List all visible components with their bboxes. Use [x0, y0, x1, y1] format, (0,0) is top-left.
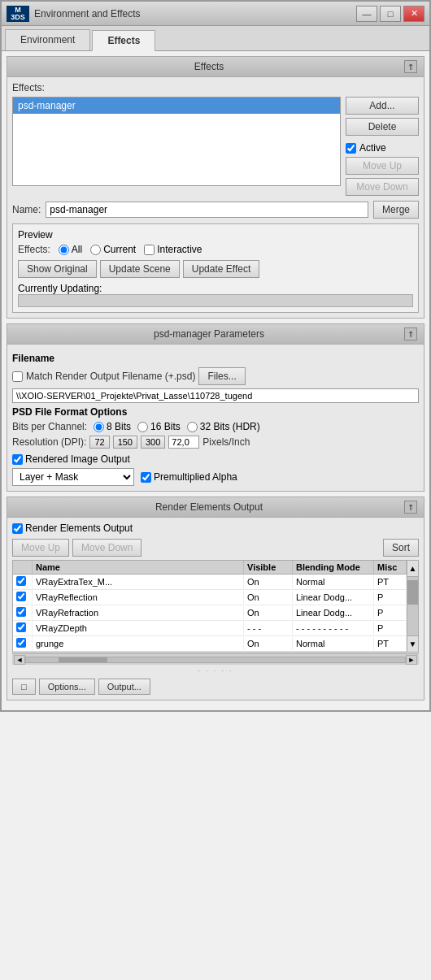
bits-32-label[interactable]: 32 Bits (HDR) — [187, 421, 260, 432]
res-150-btn[interactable]: 150 — [113, 436, 137, 449]
th-name: Name — [33, 561, 244, 574]
effects-list-label: Effects: — [12, 82, 419, 93]
current-radio-label[interactable]: Current — [90, 244, 136, 255]
td-blending-1: Linear Dodg... — [293, 591, 374, 604]
rendered-image-row: Rendered Image Output — [12, 453, 419, 465]
move-down-button[interactable]: Move Down — [346, 178, 419, 196]
title-bar: M 3DS Environment and Effects — □ ✕ — [2, 2, 429, 26]
bottom-btn-2[interactable]: Options... — [39, 679, 95, 695]
table-row[interactable]: grunge On Normal PT — [13, 636, 407, 652]
table-scrollbar[interactable]: ▲ ▼ — [407, 561, 418, 652]
merge-button[interactable]: Merge — [373, 201, 419, 219]
bits-row: Bits per Channel: 8 Bits 16 Bits 32 Bits… — [12, 421, 419, 432]
table-row[interactable]: VRayExtraTex_M... On Normal PT — [13, 575, 407, 590]
re-move-down-button[interactable]: Move Down — [72, 539, 141, 557]
render-elements-label: Render Elements Output — [25, 523, 133, 534]
table-inner: Name Visible Blending Mode Misc VRayExtr… — [13, 561, 407, 652]
hscroll-right-btn[interactable]: ► — [406, 655, 417, 665]
res-300-btn[interactable]: 300 — [141, 436, 165, 449]
window-title: Environment and Effects — [34, 8, 356, 20]
hscroll-thumb — [59, 657, 107, 662]
match-render-checkbox[interactable] — [12, 371, 23, 382]
table-row[interactable]: VRayRefraction On Linear Dodg... P — [13, 605, 407, 621]
tab-effects[interactable]: Effects — [92, 30, 155, 51]
render-elements-check-row: Render Elements Output — [12, 523, 419, 534]
premultiplied-label[interactable]: Premultiplied Alpha — [141, 471, 237, 483]
sort-button[interactable]: Sort — [383, 539, 419, 557]
name-input[interactable] — [46, 202, 368, 218]
re-move-up-button[interactable]: Move Up — [12, 539, 69, 557]
render-elements-title: Render Elements Output — [14, 501, 404, 513]
render-elements-header: Render Elements Output ⇑ — [7, 497, 424, 518]
td-misc-4: PT — [374, 637, 407, 650]
interactive-checkbox-label[interactable]: Interactive — [144, 244, 202, 255]
update-effect-button[interactable]: Update Effect — [183, 260, 260, 278]
scroll-up-btn[interactable]: ▲ — [407, 561, 418, 577]
rendered-image-checkbox[interactable] — [12, 454, 23, 465]
hscroll-track — [25, 657, 406, 663]
active-checkbox[interactable] — [346, 143, 356, 154]
td-misc-1: P — [374, 591, 407, 604]
effects-section-body: Effects: psd-manager Add... Delete Activ… — [7, 77, 424, 318]
move-up-button[interactable]: Move Up — [346, 157, 419, 175]
bottom-btn-3[interactable]: Output... — [98, 679, 150, 695]
scroll-down-btn[interactable]: ▼ — [407, 635, 418, 652]
render-elements-checkbox[interactable] — [12, 523, 23, 534]
psd-params-collapse-btn[interactable]: ⇑ — [404, 327, 417, 340]
td-visible-4: On — [244, 637, 293, 650]
th-blending: Blending Mode — [293, 561, 374, 574]
interactive-checkbox[interactable] — [144, 245, 155, 255]
bottom-btn-1[interactable]: □ — [12, 679, 36, 695]
layer-mask-row: Layer + Mask Premultiplied Alpha — [12, 468, 419, 486]
td-visible-2: On — [244, 606, 293, 619]
progress-bar-area: Currently Updating: — [18, 283, 413, 307]
table-row[interactable]: VRayReflection On Linear Dodg... P — [13, 590, 407, 605]
bits-32-radio[interactable] — [187, 422, 198, 432]
bits-16-radio[interactable] — [137, 422, 148, 432]
close-button[interactable]: ✕ — [403, 6, 424, 22]
td-check-0[interactable] — [13, 575, 33, 589]
psd-params-body: Filename Match Render Output Filename (+… — [7, 345, 424, 491]
current-radio[interactable] — [90, 245, 101, 255]
td-name-3: VRayZDepth — [33, 622, 244, 635]
render-elements-section: Render Elements Output ⇑ Render Elements… — [7, 497, 424, 700]
window-controls: — □ ✕ — [356, 6, 424, 22]
bits-8-label[interactable]: 8 Bits — [94, 421, 131, 432]
td-check-3[interactable] — [13, 621, 33, 635]
td-visible-3: - - - — [244, 622, 293, 635]
resolution-input[interactable] — [168, 436, 199, 449]
filename-group-label: Filename — [12, 353, 419, 364]
resolution-row: Resolution (DPI): 72 150 300 Pixels/Inch — [12, 436, 419, 449]
files-button[interactable]: Files... — [198, 367, 245, 385]
scroll-thumb — [407, 580, 418, 605]
td-misc-0: PT — [374, 575, 407, 588]
td-check-4[interactable] — [13, 636, 33, 651]
add-button[interactable]: Add... — [346, 97, 419, 115]
bits-16-label[interactable]: 16 Bits — [137, 421, 181, 432]
all-radio-label[interactable]: All — [59, 244, 82, 255]
res-72-btn[interactable]: 72 — [89, 436, 109, 449]
hscroll-left-btn[interactable]: ◄ — [14, 655, 25, 665]
render-elements-collapse-btn[interactable]: ⇑ — [404, 501, 417, 514]
preview-effects-label: Effects: — [18, 244, 50, 255]
show-original-button[interactable]: Show Original — [18, 260, 97, 278]
rendered-image-label: Rendered Image Output — [25, 453, 130, 465]
update-scene-button[interactable]: Update Scene — [100, 260, 180, 278]
td-check-2[interactable] — [13, 605, 33, 620]
delete-button[interactable]: Delete — [346, 118, 419, 136]
tab-environment[interactable]: Environment — [5, 29, 90, 50]
effects-list-item[interactable]: psd-manager — [13, 98, 340, 114]
td-check-1[interactable] — [13, 590, 33, 605]
minimize-button[interactable]: — — [356, 6, 377, 22]
effects-collapse-btn[interactable]: ⇑ — [404, 60, 417, 73]
resize-dots: · · · · · — [12, 665, 419, 677]
all-radio[interactable] — [59, 245, 69, 255]
table-row[interactable]: VRayZDepth - - - - - - - - - - - - - P — [13, 621, 407, 636]
horizontal-scrollbar[interactable]: ◄ ► — [12, 653, 419, 665]
effects-list[interactable]: psd-manager — [12, 97, 341, 186]
premultiplied-checkbox[interactable] — [141, 472, 151, 483]
bits-8-radio[interactable] — [94, 422, 104, 432]
maximize-button[interactable]: □ — [380, 6, 401, 22]
layer-mask-dropdown[interactable]: Layer + Mask — [12, 468, 134, 486]
active-row: Active — [346, 142, 419, 154]
